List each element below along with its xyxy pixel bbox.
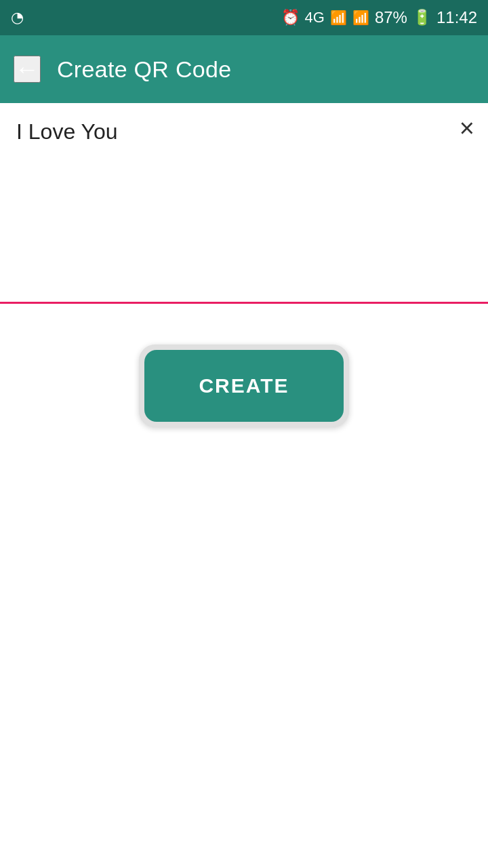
- back-button[interactable]: ←: [14, 56, 41, 83]
- time-label: 11:42: [436, 8, 477, 27]
- status-bar-left: ◔: [11, 9, 24, 26]
- create-button-wrapper: CREATE: [0, 344, 488, 427]
- create-button-outer: CREATE: [139, 344, 348, 427]
- create-button[interactable]: CREATE: [144, 350, 343, 422]
- status-bar-right: ⏰ 4G 📶 📶 87% 🔋 11:42: [281, 8, 477, 27]
- input-container: I Love You ×: [0, 103, 488, 302]
- main-content: I Love You × CREATE: [0, 103, 488, 868]
- alarm-icon: ⏰: [281, 9, 300, 26]
- battery-icon: 🔋: [413, 9, 431, 26]
- signal-icon-1: 📶: [330, 9, 347, 26]
- signal-icon-2: 📶: [352, 9, 369, 26]
- page-title: Create QR Code: [57, 56, 231, 83]
- wifi-icon: ◔: [11, 9, 24, 26]
- qr-text-input[interactable]: I Love You: [16, 117, 472, 299]
- clear-button[interactable]: ×: [460, 115, 474, 141]
- input-underline: [0, 302, 488, 304]
- network-4g-label: 4G: [305, 9, 325, 26]
- status-bar: ◔ ⏰ 4G 📶 📶 87% 🔋 11:42: [0, 0, 488, 35]
- battery-pct-label: 87%: [375, 8, 407, 27]
- app-bar: ← Create QR Code: [0, 35, 488, 103]
